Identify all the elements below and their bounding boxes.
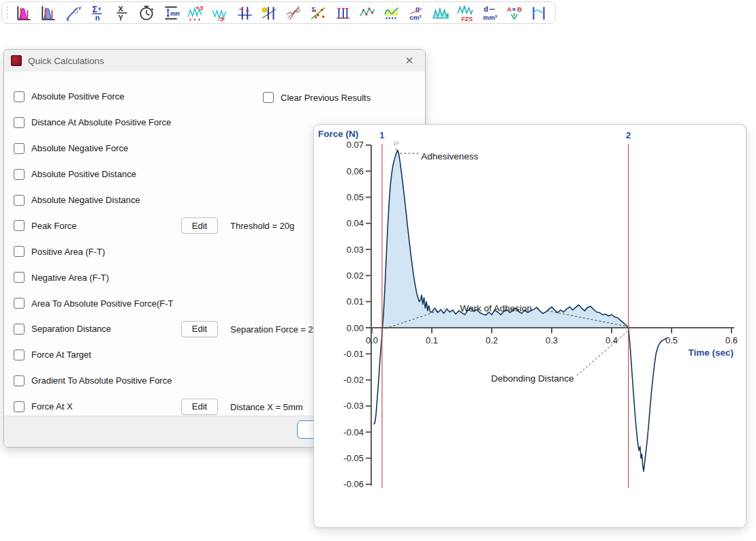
clear-previous-results-checkbox[interactable] [263,92,274,103]
calculation-checkbox[interactable] [14,143,25,154]
toolbar-button[interactable] [330,3,355,22]
toolbar-button[interactable]: gcm³ [404,3,428,22]
y-tick-label: -0.05 [343,453,364,463]
calculation-checkbox[interactable] [14,246,25,257]
toolbar-button[interactable] [134,3,159,22]
x-axis-title: Time (sec) [688,347,734,358]
app-logo-icon [11,55,22,66]
annotation-adhesiveness: Adhesiveness [421,151,478,161]
calculation-checkbox[interactable] [14,195,25,206]
toolbar-button[interactable] [36,3,61,22]
calculation-checkbox[interactable] [14,117,25,128]
x-tick-label: 0.1 [426,335,438,345]
calculation-checkbox[interactable] [14,298,25,309]
force-time-graph-window: 0.070.060.050.040.030.020.010.00-0.01-0.… [313,124,746,528]
svg-text:×: × [512,5,516,12]
y-tick-label: 0.04 [347,218,364,228]
units-d-mm3-icon: dmm³ [481,4,499,22]
region-between-cursors-icon [530,4,548,22]
linked-segments-icon [358,4,376,22]
y-tick-label: 0.05 [347,192,364,202]
svg-text:mm³: mm³ [483,13,497,20]
toolbar-button[interactable]: A×B [502,3,526,22]
svg-text:B: B [517,5,522,12]
edit-button[interactable]: Edit [181,321,218,337]
calculation-label: Distance At Absolute Positive Force [31,117,171,127]
gradient-xy-icon: xY [64,4,82,22]
force-time-chart: 0.070.060.050.040.030.020.010.00-0.01-0.… [314,125,746,527]
toolbar-button[interactable] [257,3,281,22]
svg-text:x: x [98,5,101,11]
toolbar-grip-handle[interactable] [6,5,9,20]
toolbar-button[interactable]: Σxn [85,3,110,22]
svg-text:A: A [507,5,511,12]
calculation-label: Negative Area (F-T) [31,273,109,283]
y-tick-label: 0.00 [347,323,364,333]
toolbar-button[interactable] [379,3,404,22]
toolbar-button[interactable] [355,3,379,22]
x-tick-label: 0.4 [605,335,618,345]
peaks-area-blue-icon [40,4,57,22]
toolbar-button[interactable] [12,3,36,22]
calculation-checkbox[interactable] [14,350,25,360]
toolbar-button[interactable]: +3 [183,3,208,22]
calculation-checkbox[interactable] [14,272,25,283]
toolbar-button[interactable] [526,3,551,22]
toolbar-button[interactable]: Σ [306,3,330,22]
drop-lines-cross-icon [236,4,253,22]
toolbar-button[interactable] [232,3,257,22]
calculation-label: Peak Force [31,221,76,231]
y-tick-label: 0.07 [347,140,364,150]
toolbar-button[interactable]: ↓3 [208,3,232,22]
cursor-label-1: 1 [379,130,384,140]
y-tick-label: 0.03 [347,245,364,255]
drop-lines-marker-icon [260,4,278,22]
area-band-highlight-icon [383,4,400,22]
svg-text:X: X [119,4,124,12]
calculation-label: Force At X [31,401,73,412]
calculation-label: Positive Area (F-T) [31,247,105,257]
density-g-cm3-icon: gcm³ [407,4,425,22]
annotation-debonding-distance: Debonding Distance [491,373,574,384]
calculation-checkbox[interactable] [14,375,25,386]
toolbar-button[interactable]: dmm³ [477,3,502,22]
y-tick-label: 0.06 [347,166,364,176]
calculation-label: Absolute Positive Force [31,91,125,102]
close-icon[interactable]: ✕ [400,52,418,69]
dialog-titlebar[interactable]: Quick Calculations ✕ [4,50,425,72]
toolbar-button[interactable] [281,3,306,22]
toolbar-button[interactable]: XY [110,3,134,22]
toolbar-button[interactable] [428,3,453,22]
distance-mm-icon: mm [162,4,180,22]
calculation-label: Absolute Negative Distance [31,195,140,205]
calculation-checkbox[interactable] [14,220,25,231]
y-tick-label: 0.01 [347,296,364,307]
y-tick-label: 0.02 [347,270,364,281]
calculation-checkbox[interactable] [14,169,25,180]
peaks-area-magenta-icon [15,4,33,22]
time-stopwatch-icon [138,4,155,22]
ratio-x-over-y-icon: XY [113,4,131,22]
toolbar-button[interactable]: mm [159,3,183,22]
toolbar-button[interactable]: xY [61,3,85,22]
edit-button[interactable]: Edit [181,217,218,234]
annotation-work-of-adhesion: Work of Adhesion [460,303,532,313]
edit-button[interactable]: Edit [181,399,218,415]
svg-text:n: n [95,13,100,21]
count-troughs-3-icon: ↓3 [211,4,229,22]
calculation-label: Area To Absolute Positive Force(F-T [31,298,174,309]
calculation-checkbox[interactable] [14,401,25,412]
svg-text:Σ: Σ [92,4,97,14]
y-tick-label: -0.01 [343,349,364,359]
annotation-peak-tag-1f: 1F [393,140,399,146]
calculation-label: Gradient To Absolute Positive Force [31,375,172,386]
toolbar-button[interactable]: FZS [453,3,477,22]
multiply-a-b-icon: A×B [505,4,523,22]
calculation-label: Absolute Positive Distance [31,169,136,179]
svg-text:d: d [484,4,488,12]
calculation-checkbox[interactable] [14,324,25,335]
waveform-fzs-icon: FZS [456,4,474,22]
x-tick-label: 0.0 [366,335,378,345]
y-tick-label: -0.02 [343,375,364,385]
calculation-checkbox[interactable] [14,91,25,102]
